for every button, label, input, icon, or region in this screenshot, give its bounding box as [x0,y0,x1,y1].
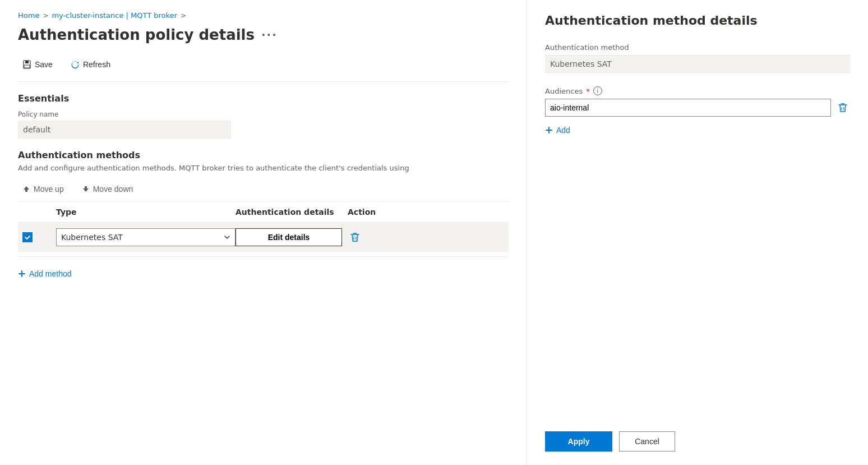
refresh-label: Refresh [83,60,110,69]
edit-details-button[interactable]: Edit details [236,228,342,246]
table-row: Kubernetes SAT Edit details [18,223,509,252]
row-type-cell: Kubernetes SAT [56,228,236,246]
audience-row [545,99,850,117]
auth-methods-section: Authentication methods Add and configure… [18,150,509,282]
add-audience-button[interactable]: Add [545,123,850,137]
row-edit-cell: Edit details [236,228,348,246]
table-bottom-divider [18,256,509,257]
refresh-button[interactable]: Refresh [66,57,115,72]
apply-button[interactable]: Apply [545,431,612,452]
page-title-text: Authentication policy details [18,26,255,43]
cancel-button[interactable]: Cancel [619,431,675,452]
breadcrumb-sep2: > [181,12,186,20]
breadcrumb-sep1: > [43,12,48,20]
move-up-label: Move up [34,185,64,194]
left-panel: Home > my-cluster-instance | MQTT broker… [0,0,527,465]
col-header-type: Type [56,208,236,217]
check-icon [24,234,31,241]
col-header-action: Action [348,208,415,217]
col-header-auth-details: Authentication details [236,208,348,217]
row-delete-button[interactable] [348,230,362,245]
row-checkbox[interactable] [22,232,33,242]
audiences-label-row: Audiences * i [545,86,850,95]
add-method-label: Add method [29,269,72,278]
svg-rect-2 [24,65,30,68]
auth-methods-title: Authentication methods [18,150,509,160]
save-icon [22,60,31,69]
move-down-label: Move down [93,185,133,194]
right-footer: Apply Cancel [545,431,850,452]
row-checkbox-cell [22,232,56,242]
page-title: Authentication policy details ··· [18,26,509,43]
audience-trash-icon [838,103,848,113]
col-header-checkbox [22,208,56,217]
breadcrumb-cluster[interactable]: my-cluster-instance | MQTT broker [52,11,177,20]
svg-rect-1 [25,61,29,63]
breadcrumb-home[interactable]: Home [18,11,39,20]
add-audience-plus-icon [545,126,553,134]
audiences-required: * [586,87,590,95]
row-action-cell [348,230,415,245]
save-button[interactable]: Save [18,57,57,72]
add-method-button[interactable]: Add method [18,266,72,282]
move-down-button[interactable]: Move down [77,181,138,197]
essentials-section: Essentials Policy name default [18,93,509,139]
add-audience-label: Add [556,126,570,135]
right-panel-title: Authentication method details [545,13,850,27]
policy-name-value: default [18,121,231,139]
auth-method-label: Authentication method [545,43,850,52]
audience-input[interactable] [545,99,831,117]
audience-delete-button[interactable] [835,100,850,115]
move-toolbar: Move up Move down [18,181,509,197]
plus-icon [18,270,26,278]
move-up-button[interactable]: Move up [18,181,68,197]
auth-method-value: Kubernetes SAT [545,55,850,73]
toolbar: Save Refresh [18,57,509,72]
right-panel: Authentication method details Authentica… [527,0,868,465]
auth-methods-desc: Add and configure authentication methods… [18,164,500,172]
audiences-label-text: Audiences [545,87,583,95]
type-select-value: Kubernetes SAT [61,233,123,242]
page-menu-button[interactable]: ··· [261,28,278,42]
move-down-icon [82,185,90,193]
move-up-icon [22,185,30,193]
save-label: Save [35,60,53,69]
refresh-icon [71,60,80,69]
trash-icon [350,232,360,242]
audiences-info-icon[interactable]: i [593,86,602,95]
essentials-title: Essentials [18,93,509,104]
toolbar-divider [18,81,509,82]
chevron-down-icon [224,234,230,241]
breadcrumb: Home > my-cluster-instance | MQTT broker… [18,11,509,20]
type-select[interactable]: Kubernetes SAT [56,228,236,246]
table-header: Type Authentication details Action [18,202,509,223]
policy-name-label: Policy name [18,111,509,118]
